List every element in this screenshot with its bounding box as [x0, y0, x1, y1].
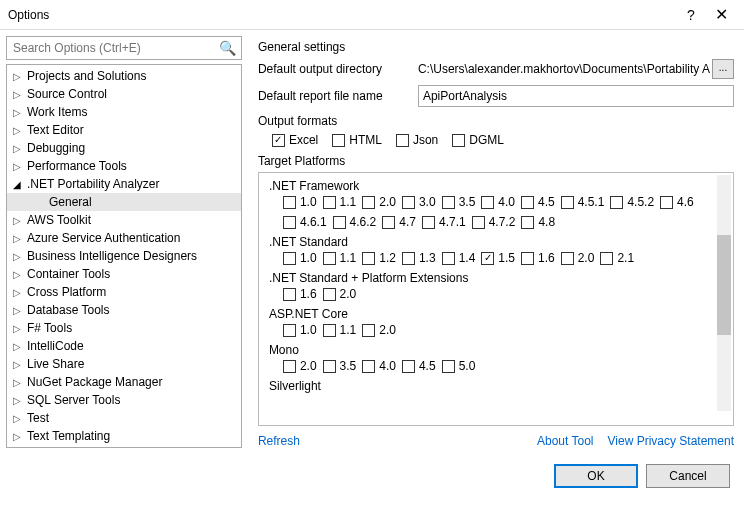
platform-version-checkbox[interactable]: 1.0	[283, 251, 317, 265]
platform-version-row: 1.01.12.0	[283, 323, 723, 337]
platform-version-checkbox[interactable]: 2.1	[600, 251, 634, 265]
tree-item[interactable]: ▷Text Editor	[7, 121, 241, 139]
platform-version-checkbox[interactable]: 3.5	[323, 359, 357, 373]
tree-item[interactable]: ▷Database Tools	[7, 301, 241, 319]
tree-item-label: Debugging	[25, 141, 85, 155]
checkbox-label: 4.8	[538, 215, 555, 229]
tree-item[interactable]: ◢.NET Portability Analyzer	[7, 175, 241, 193]
checkbox-label: 3.5	[459, 195, 476, 209]
cancel-button[interactable]: Cancel	[646, 464, 730, 488]
checkbox-label: 1.3	[419, 251, 436, 265]
platform-version-checkbox[interactable]: 4.5	[402, 359, 436, 373]
tree-item-label: Business Intelligence Designers	[25, 249, 197, 263]
tree-item[interactable]: ▷Live Share	[7, 355, 241, 373]
platform-version-checkbox[interactable]: 4.6	[660, 195, 694, 209]
checkbox-box	[521, 252, 534, 265]
checkbox-box	[561, 196, 574, 209]
platform-version-checkbox[interactable]: ✓1.5	[481, 251, 515, 265]
platform-version-checkbox[interactable]: 1.1	[323, 251, 357, 265]
platform-version-checkbox[interactable]: 2.0	[323, 287, 357, 301]
platform-version-checkbox[interactable]: 4.6.1	[283, 215, 327, 229]
platform-version-checkbox[interactable]: 2.0	[362, 195, 396, 209]
platform-version-checkbox[interactable]: 1.1	[323, 195, 357, 209]
platform-version-checkbox[interactable]: 4.7	[382, 215, 416, 229]
tree-item[interactable]: ▷Business Intelligence Designers	[7, 247, 241, 265]
tree-item[interactable]: ▷Projects and Solutions	[7, 67, 241, 85]
about-tool-link[interactable]: About Tool	[537, 434, 594, 448]
platform-version-checkbox[interactable]: 4.5	[521, 195, 555, 209]
platform-version-checkbox[interactable]: 4.7.2	[472, 215, 516, 229]
platform-version-checkbox[interactable]: 1.0	[283, 323, 317, 337]
tree-item[interactable]: ▷Cross Platform	[7, 283, 241, 301]
tree-subitem[interactable]: General	[7, 193, 241, 211]
platform-version-checkbox[interactable]: 1.6	[283, 287, 317, 301]
platform-version-checkbox[interactable]: 2.0	[561, 251, 595, 265]
ok-button[interactable]: OK	[554, 464, 638, 488]
tree-item[interactable]: ▷Text Templating	[7, 427, 241, 445]
platform-group-title: .NET Standard + Platform Extensions	[269, 271, 723, 285]
checkbox-label: 4.0	[379, 359, 396, 373]
platform-version-checkbox[interactable]: 3.0	[402, 195, 436, 209]
scrollbar-thumb[interactable]	[717, 235, 731, 335]
tree-item[interactable]: ▷Performance Tools	[7, 157, 241, 175]
chevron-right-icon: ▷	[13, 125, 25, 136]
output-format-checkbox[interactable]: Json	[396, 133, 438, 147]
platform-version-checkbox[interactable]: 1.3	[402, 251, 436, 265]
platform-version-checkbox[interactable]: 2.0	[362, 323, 396, 337]
help-icon[interactable]: ?	[676, 7, 706, 23]
browse-button[interactable]: ...	[712, 59, 734, 79]
platform-version-checkbox[interactable]: 4.5.1	[561, 195, 605, 209]
search-input[interactable]	[6, 36, 242, 60]
platform-version-checkbox[interactable]: 1.2	[362, 251, 396, 265]
platform-version-checkbox[interactable]: 4.5.2	[610, 195, 654, 209]
tree-item[interactable]: ▷Source Control	[7, 85, 241, 103]
checkbox-label: 3.5	[340, 359, 357, 373]
checkbox-box	[442, 196, 455, 209]
tree-item-label: General	[47, 195, 92, 209]
output-format-checkbox[interactable]: DGML	[452, 133, 504, 147]
platform-version-checkbox[interactable]: 3.5	[442, 195, 476, 209]
platforms-scrollbar[interactable]	[717, 175, 731, 411]
output-format-checkbox[interactable]: ✓Excel	[272, 133, 318, 147]
platform-version-checkbox[interactable]: 4.7.1	[422, 215, 466, 229]
target-platforms-heading: Target Platforms	[258, 154, 734, 168]
platform-version-checkbox[interactable]: 4.8	[521, 215, 555, 229]
platform-version-checkbox[interactable]: 1.0	[283, 195, 317, 209]
platform-group-title: .NET Framework	[269, 179, 723, 193]
refresh-link[interactable]: Refresh	[258, 434, 300, 448]
platform-version-checkbox[interactable]: 4.0	[481, 195, 515, 209]
privacy-link[interactable]: View Privacy Statement	[608, 434, 735, 448]
tree-item[interactable]: ▷SQL Server Tools	[7, 391, 241, 409]
platform-version-checkbox[interactable]: 1.6	[521, 251, 555, 265]
platform-version-checkbox[interactable]: 1.1	[323, 323, 357, 337]
checkbox-label: HTML	[349, 133, 382, 147]
tree-item[interactable]: ▷Container Tools	[7, 265, 241, 283]
tree-item[interactable]: ▷F# Tools	[7, 319, 241, 337]
tree-item-label: IntelliCode	[25, 339, 84, 353]
close-icon[interactable]: ✕	[706, 5, 736, 24]
file-name-input[interactable]	[418, 85, 734, 107]
tree-item[interactable]: ▷NuGet Package Manager	[7, 373, 241, 391]
checkbox-box	[283, 360, 296, 373]
tree-item[interactable]: ▷Test	[7, 409, 241, 427]
platform-version-checkbox[interactable]: 4.0	[362, 359, 396, 373]
tree-item-label: .NET Portability Analyzer	[25, 177, 160, 191]
tree-item[interactable]: ▷Azure Service Authentication	[7, 229, 241, 247]
chevron-right-icon: ▷	[13, 305, 25, 316]
tree-item[interactable]: ▷AWS Toolkit	[7, 211, 241, 229]
platform-version-checkbox[interactable]: 1.4	[442, 251, 476, 265]
output-format-checkbox[interactable]: HTML	[332, 133, 382, 147]
tree-item[interactable]: ▷Debugging	[7, 139, 241, 157]
platform-version-checkbox[interactable]: 5.0	[442, 359, 476, 373]
tree-item-label: Cross Platform	[25, 285, 106, 299]
tree-item[interactable]: ▷IntelliCode	[7, 337, 241, 355]
platform-version-checkbox[interactable]: 4.6.2	[333, 215, 377, 229]
platform-version-checkbox[interactable]: 2.0	[283, 359, 317, 373]
checkbox-box	[283, 324, 296, 337]
options-tree[interactable]: ▷Projects and Solutions▷Source Control▷W…	[6, 64, 242, 448]
checkbox-box	[442, 252, 455, 265]
checkbox-box	[452, 134, 465, 147]
tree-item[interactable]: ▷Work Items	[7, 103, 241, 121]
checkbox-label: 1.4	[459, 251, 476, 265]
platform-group-title: Silverlight	[269, 379, 723, 393]
